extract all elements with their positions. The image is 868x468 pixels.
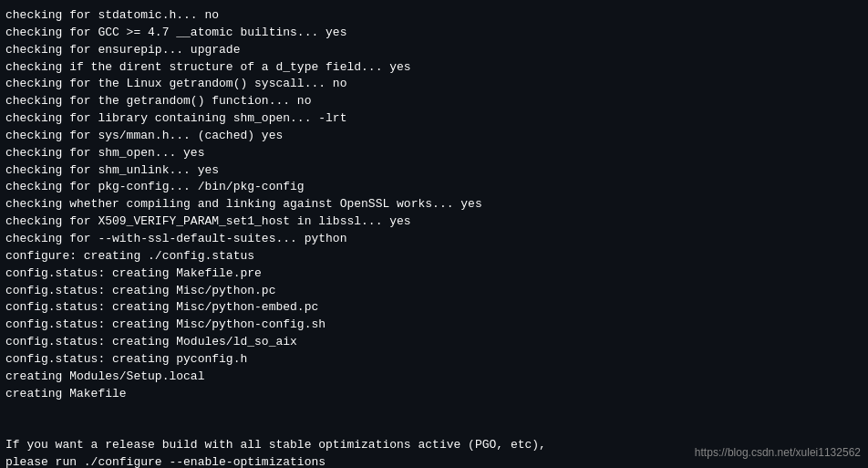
terminal-line: checking for sys/mman.h... (cached) yes bbox=[5, 128, 863, 145]
terminal-line: configure: creating ./config.status bbox=[5, 248, 863, 265]
terminal-line: config.status: creating Misc/python.pc bbox=[5, 283, 863, 300]
terminal-line: creating Modules/Setup.local bbox=[5, 369, 863, 386]
terminal-line: config.status: creating Misc/python-conf… bbox=[5, 317, 863, 334]
terminal-line: checking for library containing shm_open… bbox=[5, 110, 863, 128]
empty-line bbox=[5, 420, 863, 437]
terminal-line: checking whether compiling and linking a… bbox=[5, 196, 863, 213]
terminal-line: checking for the getrandom() function...… bbox=[5, 93, 863, 110]
terminal-line: checking for shm_unlink... yes bbox=[5, 162, 863, 180]
terminal-line: checking for pkg-config... /bin/pkg-conf… bbox=[5, 179, 863, 196]
terminal-output: checking for stdatomic.h... nochecking f… bbox=[5, 7, 863, 468]
terminal-line: config.status: creating Modules/ld_so_ai… bbox=[5, 334, 863, 351]
terminal-line: config.status: creating pyconfig.h bbox=[5, 351, 863, 369]
terminal-line: checking for shm_open... yes bbox=[5, 145, 863, 162]
terminal-line: checking for ensurepip... upgrade bbox=[5, 42, 863, 59]
terminal-window: checking for stdatomic.h... nochecking f… bbox=[0, 0, 868, 468]
terminal-line: checking for X509_VERIFY_PARAM_set1_host… bbox=[5, 213, 863, 231]
terminal-line: creating Makefile bbox=[5, 386, 863, 403]
watermark-text: https://blog.csdn.net/xulei1132562 bbox=[695, 446, 861, 459]
terminal-line: checking for GCC >= 4.7 __atomic builtin… bbox=[5, 25, 863, 42]
terminal-line: checking for stdatomic.h... no bbox=[5, 7, 863, 25]
terminal-line: config.status: creating Makefile.pre bbox=[5, 265, 863, 283]
terminal-line: checking if the dirent structure of a d_… bbox=[5, 59, 863, 77]
terminal-line: checking for --with-ssl-default-suites..… bbox=[5, 231, 863, 248]
terminal-line: checking for the Linux getrandom() sysca… bbox=[5, 76, 863, 93]
terminal-line: config.status: creating Misc/python-embe… bbox=[5, 299, 863, 317]
empty-line bbox=[5, 402, 863, 420]
